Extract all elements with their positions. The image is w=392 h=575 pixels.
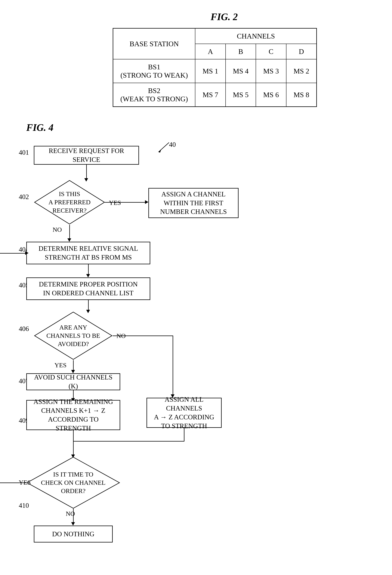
box-403-text: ASSIGN A CHANNELWITHIN THE FIRSTNUMBER C… (160, 190, 227, 216)
arrow-410-yes-top-h (0, 253, 27, 254)
arrow-401-402 (86, 165, 87, 180)
label-401: 401 (19, 148, 29, 156)
diamond-410-text: IS IT TIME TOCHECK ON CHANNELORDER? (39, 468, 108, 497)
col-c: C (256, 44, 286, 59)
fig2-table-container: BASE STATION CHANNELS A B C D BS1(STRONG… (53, 28, 377, 107)
box-409: ASSIGN THE REMAININGCHANNELS K+1 → ZACCO… (26, 400, 120, 430)
arrow-405-406 (88, 300, 89, 311)
arrow-406-yes-v (73, 360, 74, 371)
diamond-406-text: ARE ANYCHANNELS TO BEAVOIDED? (44, 321, 102, 350)
col-b: B (226, 44, 256, 59)
arrowhead-404-405 (86, 274, 90, 277)
box-408-text: ASSIGN ALL CHANNELSA → Z ACCORDINGTO STR… (151, 395, 217, 430)
box-405-text: DETERMINE PROPER POSITIONIN ORDERED CHAN… (39, 280, 138, 298)
diamond-410: IS IT TIME TOCHECK ON CHANNELORDER? (26, 456, 120, 509)
yes-label-406: YES (54, 362, 66, 369)
arrow-404-405 (88, 264, 89, 276)
diamond-402-text: IS THISA PREFERREDRECEIVER? (46, 188, 92, 217)
row1-a: MS 1 (195, 59, 225, 83)
arrow-410-no (73, 509, 74, 524)
row2-bs: BS2(WEAK TO STRONG) (113, 83, 195, 107)
arrowhead-410-no (71, 522, 75, 526)
box-404-text: DETERMINE RELATIVE SIGNALSTRENGTH AT BS … (39, 244, 138, 262)
row1-c: MS 3 (256, 59, 286, 83)
box-403: ASSIGN A CHANNELWITHIN THE FIRSTNUMBER C… (148, 188, 239, 218)
label-406: 406 (19, 325, 29, 333)
arrow-merge-v (73, 441, 74, 456)
arrowhead-402-no (67, 238, 71, 242)
channel-table: BASE STATION CHANNELS A B C D BS1(STRONG… (113, 28, 317, 107)
svg-line-0 (160, 143, 169, 151)
col-channels: CHANNELS (195, 28, 317, 44)
row1-bs: BS1(STRONG TO WEAK) (113, 59, 195, 83)
fig2-title: FIG. 2 (71, 11, 377, 22)
no-label-402: NO (53, 226, 62, 233)
arrowhead-410-yes-top (25, 251, 29, 255)
arrow-408-down (184, 428, 184, 441)
box-407: AVOID SUCH CHANNELS (K) (26, 373, 120, 390)
box-409-text: ASSIGN THE REMAININGCHANNELS K+1 → ZACCO… (31, 397, 116, 432)
arrow-406-no-v (173, 335, 173, 396)
arrow-402-yes (105, 202, 146, 203)
row2-d: MS 8 (286, 83, 317, 107)
fig4-title: FIG. 4 (26, 122, 377, 133)
row2-b: MS 5 (226, 83, 256, 107)
col-d: D (286, 44, 317, 59)
box-411: DO NOTHING (34, 526, 113, 543)
box-401: RECEIVE REQUEST FOR SERVICE (34, 146, 139, 165)
col-base-station: BASE STATION (113, 28, 195, 59)
label-402: 402 (19, 193, 29, 201)
page: FIG. 2 BASE STATION CHANNELS A B C D BS1… (0, 0, 392, 575)
arrow-merge-h (73, 441, 184, 442)
row1-b: MS 4 (226, 59, 256, 83)
box-404: DETERMINE RELATIVE SIGNALSTRENGTH AT BS … (26, 242, 150, 264)
arrow-410-yes-h (0, 482, 27, 483)
diamond-402: IS THISA PREFERREDRECEIVER? (34, 180, 105, 225)
flowchart: 40 401 RECEIVE REQUEST FOR SERVICE 402 I… (15, 137, 381, 575)
arrow-406-no-h (113, 335, 173, 336)
ref-arrow (154, 139, 176, 154)
row2-c: MS 6 (256, 83, 286, 107)
col-a: A (195, 44, 225, 59)
arrow-409-down (73, 430, 74, 441)
arrow-402-no (69, 225, 70, 240)
yes-label-402: YES (109, 199, 121, 206)
diamond-406: ARE ANYCHANNELS TO BEAVOIDED? (34, 311, 113, 360)
box-405: DETERMINE PROPER POSITIONIN ORDERED CHAN… (26, 277, 150, 300)
arrowhead-402-yes (145, 200, 148, 204)
svg-marker-1 (158, 150, 161, 153)
box-408: ASSIGN ALL CHANNELSA → Z ACCORDINGTO STR… (147, 398, 222, 428)
row2-a: MS 7 (195, 83, 225, 107)
row1-d: MS 2 (286, 59, 317, 83)
label-410: 410 (19, 502, 29, 509)
